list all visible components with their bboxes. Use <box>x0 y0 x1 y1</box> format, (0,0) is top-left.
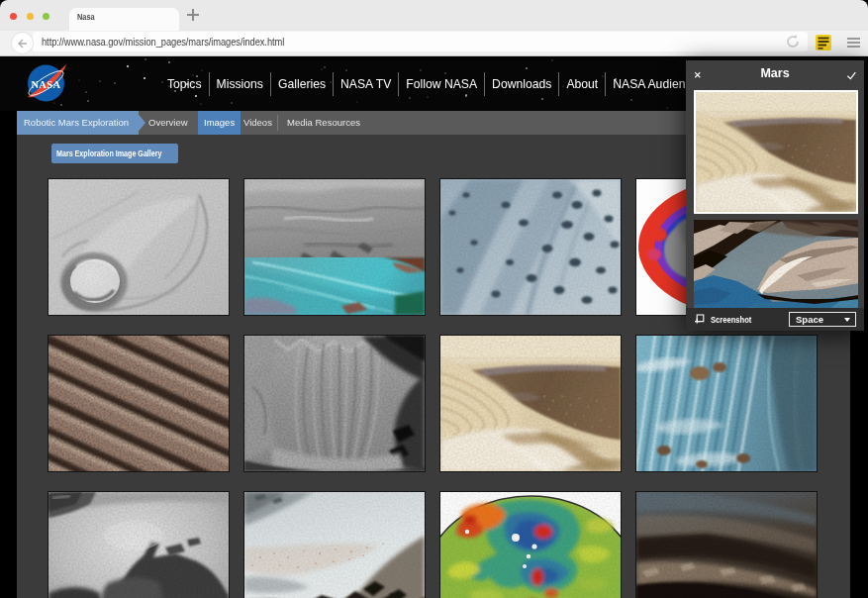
svg-text:NASA: NASA <box>31 79 60 90</box>
